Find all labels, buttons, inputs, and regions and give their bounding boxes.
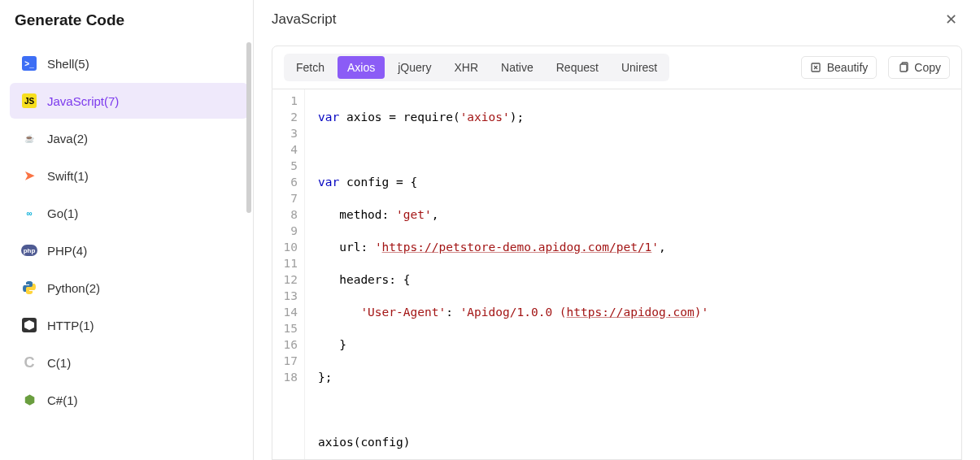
sidebar-item-label: Swift(1) xyxy=(47,169,89,183)
sidebar-item-http[interactable]: HTTP(1) xyxy=(10,307,248,343)
beautify-button[interactable]: Beautify xyxy=(801,56,878,79)
sidebar-item-label: Shell(5) xyxy=(47,57,89,71)
tab-jquery[interactable]: jQuery xyxy=(388,56,441,79)
page-title: JavaScript xyxy=(272,11,336,28)
tab-request[interactable]: Request xyxy=(547,56,608,79)
csharp-icon: ⬢ xyxy=(21,392,37,408)
sidebar-item-go[interactable]: ∞ Go(1) xyxy=(10,195,248,231)
shell-icon: >_ xyxy=(21,55,37,72)
close-icon: ✕ xyxy=(945,11,957,28)
swift-icon: ➤ xyxy=(21,167,37,184)
sidebar-item-label: C(1) xyxy=(47,356,71,370)
line-gutter: 123456789101112131415161718 xyxy=(272,89,305,459)
sidebar-item-c[interactable]: C C(1) xyxy=(10,345,248,380)
java-icon: ☕ xyxy=(21,130,37,146)
code-editor[interactable]: 123456789101112131415161718 var axios = … xyxy=(272,89,962,460)
sidebar-title: Generate Code xyxy=(10,8,253,44)
sidebar-item-php[interactable]: php PHP(4) xyxy=(10,232,248,268)
sidebar-item-label: Python(2) xyxy=(47,281,100,295)
main-panel: JavaScript ✕ Fetch Axios jQuery XHR Nati… xyxy=(254,0,980,460)
sidebar-item-python[interactable]: Python(2) xyxy=(10,270,248,306)
tab-xhr[interactable]: XHR xyxy=(444,56,488,79)
tab-native[interactable]: Native xyxy=(491,56,543,79)
sidebar: Generate Code >_ Shell(5) JS JavaScript(… xyxy=(0,0,254,460)
http-icon xyxy=(21,317,37,333)
copy-label: Copy xyxy=(914,61,941,74)
sidebar-item-label: JavaScript(7) xyxy=(47,94,119,108)
tab-axios[interactable]: Axios xyxy=(338,56,385,79)
toolbar: Fetch Axios jQuery XHR Native Request Un… xyxy=(272,46,962,89)
sidebar-item-swift[interactable]: ➤ Swift(1) xyxy=(10,158,248,193)
code-content: var axios = require('axios'); var config… xyxy=(305,89,961,459)
tab-fetch[interactable]: Fetch xyxy=(286,56,334,79)
toolbar-actions: Beautify Copy xyxy=(801,56,950,79)
sidebar-item-javascript[interactable]: JS JavaScript(7) xyxy=(10,83,248,119)
sidebar-item-java[interactable]: ☕ Java(2) xyxy=(10,120,248,156)
svg-rect-1 xyxy=(900,64,907,72)
copy-button[interactable]: Copy xyxy=(888,56,950,79)
library-tabs: Fetch Axios jQuery XHR Native Request Un… xyxy=(284,54,669,81)
main-header: JavaScript ✕ xyxy=(272,7,962,46)
sidebar-item-shell[interactable]: >_ Shell(5) xyxy=(10,46,248,81)
javascript-icon: JS xyxy=(21,93,37,109)
tab-unirest[interactable]: Unirest xyxy=(612,56,667,79)
sidebar-item-csharp[interactable]: ⬢ C#(1) xyxy=(10,382,248,418)
close-button[interactable]: ✕ xyxy=(939,8,962,31)
sidebar-item-label: HTTP(1) xyxy=(47,319,94,332)
sidebar-scrollbar[interactable] xyxy=(246,42,251,213)
beautify-label: Beautify xyxy=(827,61,869,74)
copy-icon xyxy=(897,62,909,74)
go-icon: ∞ xyxy=(21,205,37,221)
sidebar-item-label: C#(1) xyxy=(47,393,78,407)
beautify-icon xyxy=(810,62,822,74)
c-icon: C xyxy=(21,354,37,371)
sidebar-item-label: Go(1) xyxy=(47,206,78,220)
php-icon: php xyxy=(21,242,37,258)
sidebar-item-label: Java(2) xyxy=(47,132,88,145)
sidebar-item-label: PHP(4) xyxy=(47,244,87,258)
python-icon xyxy=(21,280,37,296)
